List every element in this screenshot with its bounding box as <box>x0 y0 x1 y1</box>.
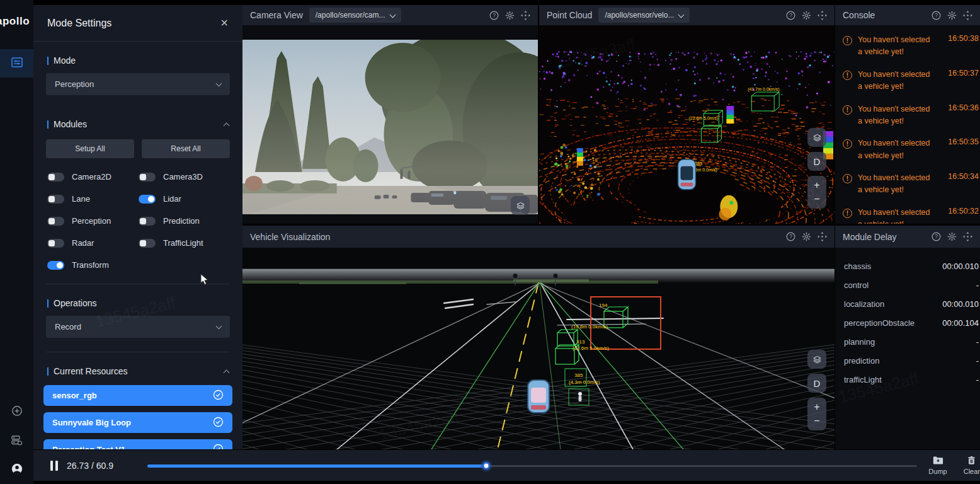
resource-item-sensor-rgb[interactable]: sensor_rgb <box>43 385 232 406</box>
svg-text:(19.8m 0.0km/s): (19.8m 0.0km/s) <box>571 324 608 330</box>
module-name: chassis <box>844 262 871 271</box>
layers-icon[interactable] <box>511 196 530 215</box>
layers-icon[interactable] <box>807 128 826 147</box>
settings-icon[interactable] <box>802 11 811 20</box>
slider-fill <box>147 464 486 468</box>
settings-icon[interactable] <box>802 232 811 241</box>
console-log[interactable]: !You haven't selected a vehicle yet!16:5… <box>835 25 980 224</box>
dimension-toggle-button[interactable]: D <box>807 374 826 393</box>
move-icon[interactable] <box>818 11 827 20</box>
toggle-camera3d[interactable] <box>139 173 156 182</box>
reset-all-button[interactable]: Reset All <box>142 139 230 158</box>
console-message: You haven't selected a vehicle yet! <box>858 137 932 162</box>
resource-manager-icon[interactable] <box>11 434 23 446</box>
playback-bar: 26.73 / 60.9 Dump Clear <box>33 450 980 481</box>
camera-image <box>242 25 538 224</box>
module-delay-panel: Module Delay ? chassis00:00.010 control-… <box>835 226 980 449</box>
close-icon[interactable]: ✕ <box>220 17 229 29</box>
move-icon[interactable] <box>963 11 972 20</box>
svg-text:385: 385 <box>574 372 583 378</box>
vehicle-visualization-title: Vehicle Visualization <box>250 232 330 242</box>
modules-section-label: Modules <box>54 119 87 129</box>
help-icon[interactable]: ? <box>786 11 795 20</box>
svg-text:?: ? <box>935 233 938 239</box>
module-name: perceptionObstacle <box>844 318 914 328</box>
pause-icon[interactable] <box>50 461 58 471</box>
vehicle-3d-view[interactable]: 194 (19.8m 0.0km/s) 313 (12.6m 5.0km/s) … <box>242 248 835 449</box>
trash-icon <box>967 456 976 466</box>
toggle-prediction[interactable] <box>139 217 156 226</box>
toggle-lane[interactable] <box>47 195 64 204</box>
zoom-control[interactable]: +− <box>807 176 826 209</box>
dump-button[interactable]: Dump <box>928 456 947 475</box>
warning-icon: ! <box>843 71 852 80</box>
zoom-in-icon: + <box>814 401 819 413</box>
resource-item-sunnyvale-big-loop[interactable]: Sunnyvale Big Loop <box>43 412 232 433</box>
move-icon[interactable] <box>963 232 972 241</box>
toggle-label: Lane <box>72 194 90 204</box>
toggle-camera2d[interactable] <box>47 173 64 182</box>
toggle-label: Radar <box>72 238 94 248</box>
resource-item-perception-test-v1[interactable]: Perception Test V1 <box>43 439 232 449</box>
console-title: Console <box>843 10 875 20</box>
toggle-lidar[interactable] <box>139 195 156 204</box>
playback-slider[interactable] <box>147 461 917 470</box>
mode-select-value: Perception <box>55 79 94 89</box>
module-delay-row: control- <box>835 275 980 294</box>
help-icon[interactable]: ? <box>489 11 499 20</box>
toggle-label: Prediction <box>163 216 200 226</box>
help-icon[interactable]: ? <box>932 232 941 241</box>
help-icon[interactable]: ? <box>786 232 795 241</box>
add-circle-icon[interactable] <box>11 405 23 417</box>
toggle-label: Transform <box>72 260 109 270</box>
mode-select[interactable]: Perception <box>46 73 230 95</box>
camera-channel-select[interactable]: /apollo/sensor/cam... <box>309 8 401 23</box>
zoom-control[interactable]: +− <box>807 398 826 430</box>
apollo-logo: apollo <box>0 15 33 28</box>
toggle-radar[interactable] <box>47 239 64 248</box>
check-circle-icon <box>213 444 224 450</box>
resource-label: Perception Test V1 <box>52 445 125 449</box>
sidebar-item-mode-settings[interactable] <box>0 49 33 78</box>
module-delay-title: Module Delay <box>843 232 897 242</box>
toggle-perception[interactable] <box>47 217 64 226</box>
chevron-down-icon <box>678 11 685 18</box>
move-icon[interactable] <box>521 11 530 20</box>
setup-all-button[interactable]: Setup All <box>46 139 134 158</box>
toggle-transform[interactable] <box>47 261 64 270</box>
resource-label: sensor_rgb <box>52 391 97 400</box>
svg-text:(12.6m 5.0km/s): (12.6m 5.0km/s) <box>573 345 609 351</box>
profile-icon[interactable] <box>11 463 23 475</box>
move-icon[interactable] <box>818 232 827 241</box>
point-cloud-panel: Point Cloud /apollo/sensor/velo... ? <box>539 5 835 224</box>
console-entry: !You haven't selected a vehicle yet!16:5… <box>835 202 980 224</box>
layers-icon[interactable] <box>807 350 826 369</box>
left-rail: apollo <box>0 0 33 484</box>
dump-label: Dump <box>928 468 947 475</box>
point-cloud-channel-select[interactable]: /apollo/sensor/velo... <box>598 8 690 23</box>
svg-text:(4.3m 0.0m/s): (4.3m 0.0m/s) <box>569 379 600 385</box>
console-time: 16:50:34 <box>938 172 979 197</box>
settings-icon[interactable] <box>947 232 957 241</box>
operations-select[interactable]: Record <box>46 316 230 338</box>
module-delay-row: chassis00:00.010 <box>835 256 980 275</box>
svg-text:385: 385 <box>695 161 702 166</box>
settings-icon[interactable] <box>947 11 957 20</box>
console-message: You haven't selected a vehicle yet! <box>858 207 932 224</box>
point-cloud-title: Point Cloud <box>547 10 592 20</box>
module-delay-value: - <box>976 356 979 366</box>
chevron-up-icon[interactable] <box>224 369 230 376</box>
slider-knob[interactable] <box>482 461 490 470</box>
console-message: You haven't selected a vehicle yet! <box>858 172 932 197</box>
svg-text:?: ? <box>789 233 792 239</box>
clear-label: Clear <box>964 468 980 475</box>
vehicle-visualization-panel: Vehicle Visualization ? <box>242 226 835 449</box>
console-message: You haven't selected a vehicle yet! <box>858 69 932 93</box>
chevron-up-icon[interactable] <box>224 122 230 129</box>
dimension-toggle-button[interactable]: D <box>807 152 826 171</box>
settings-icon[interactable] <box>505 11 515 20</box>
point-cloud-view[interactable]: (41.7m 0.0km/s) (22.6m 5.0m/s) 385 (4.3m… <box>539 25 835 224</box>
clear-button[interactable]: Clear <box>964 456 980 475</box>
toggle-trafficlight[interactable] <box>139 239 156 248</box>
help-icon[interactable]: ? <box>932 11 941 20</box>
